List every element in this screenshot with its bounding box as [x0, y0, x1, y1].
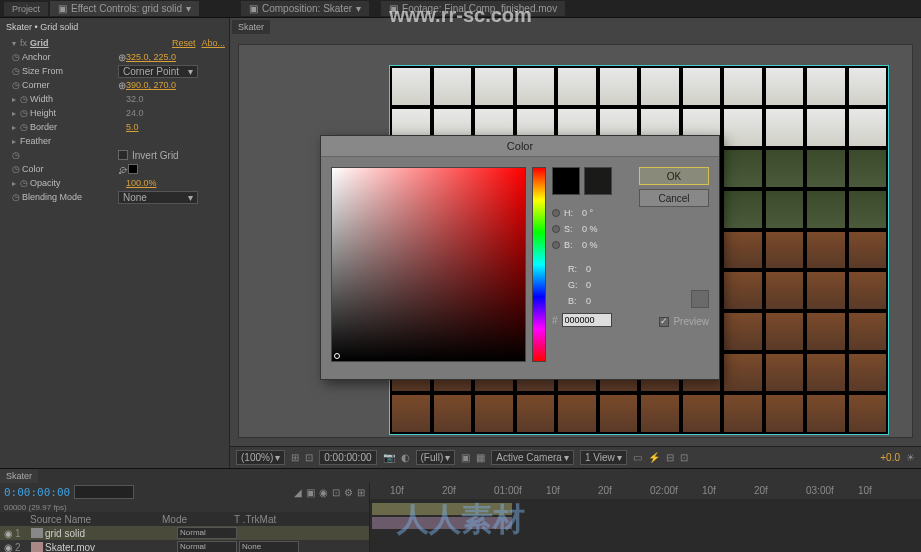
- layer-row[interactable]: ◉ 2 Skater.mov Normal None: [0, 540, 369, 552]
- shy-icon[interactable]: ◢: [294, 487, 302, 498]
- brainstorm-icon[interactable]: ⚙: [344, 487, 353, 498]
- stopwatch-icon[interactable]: ◷: [20, 122, 30, 132]
- opacity-value[interactable]: 100.0%: [126, 178, 157, 188]
- frame-blend-icon[interactable]: ▣: [306, 487, 315, 498]
- layer-bar[interactable]: [372, 517, 512, 529]
- zoom-select[interactable]: (100%)▾: [236, 450, 285, 465]
- reset-link[interactable]: Reset: [172, 38, 196, 48]
- layer-name[interactable]: Skater.mov: [45, 542, 175, 553]
- size-from-select[interactable]: Corner Point▾: [118, 65, 198, 78]
- stopwatch-icon[interactable]: ◷: [12, 164, 22, 174]
- dropdown-icon[interactable]: ▾: [186, 3, 191, 14]
- footage-tab[interactable]: ▣ Footage: Final Comp_finished.mov: [381, 1, 565, 16]
- corner-value[interactable]: 390.0, 270.0: [126, 80, 176, 90]
- timeline-tab[interactable]: Skater: [0, 469, 38, 483]
- timeline-icon[interactable]: ⊟: [666, 452, 674, 463]
- width-value[interactable]: 32.0: [126, 94, 144, 104]
- layer-color[interactable]: [31, 528, 43, 538]
- time-ruler[interactable]: 10f20f01:00f10f20f02:00f10f20f03:00f10f: [370, 483, 921, 499]
- flowchart-icon[interactable]: ⊡: [680, 452, 688, 463]
- timecode[interactable]: 0:00:00:00: [4, 486, 70, 499]
- layer-name[interactable]: grid solid: [45, 528, 175, 539]
- stopwatch-icon[interactable]: ◷: [20, 94, 30, 104]
- exposure-reset-icon[interactable]: ☀: [906, 452, 915, 463]
- twirl-icon[interactable]: ▸: [12, 109, 18, 118]
- twirl-icon[interactable]: ▸: [12, 179, 18, 188]
- ok-button[interactable]: OK: [639, 167, 709, 185]
- resolution-select[interactable]: (Full)▾: [416, 450, 456, 465]
- fx-toggle-icon[interactable]: fx: [20, 38, 30, 48]
- snapshot-icon[interactable]: 📷: [383, 452, 395, 463]
- anchor-value[interactable]: 325.0, 225.0: [126, 52, 176, 62]
- b-radio[interactable]: [552, 241, 560, 249]
- search-input[interactable]: [74, 485, 134, 499]
- s-radio[interactable]: [552, 225, 560, 233]
- b2-value[interactable]: 0: [586, 296, 591, 306]
- twirl-icon[interactable]: ▸: [12, 95, 18, 104]
- composition-tab[interactable]: ▣ Composition: Skater ▾: [241, 1, 369, 16]
- s-value[interactable]: 0 %: [582, 224, 598, 234]
- preview-checkbox[interactable]: [659, 317, 669, 327]
- mode-select[interactable]: Normal: [177, 527, 237, 539]
- graph-icon[interactable]: ⊡: [332, 487, 340, 498]
- hex-input[interactable]: [562, 313, 612, 327]
- draft-icon[interactable]: ⊞: [357, 487, 365, 498]
- saturation-value-picker[interactable]: [331, 167, 526, 362]
- stopwatch-icon[interactable]: ◷: [12, 80, 22, 90]
- border-label: Border: [30, 122, 126, 132]
- motion-blur-icon[interactable]: ◉: [319, 487, 328, 498]
- about-link[interactable]: Abo...: [201, 38, 225, 48]
- fast-preview-icon[interactable]: ⚡: [648, 452, 660, 463]
- pixel-aspect-icon[interactable]: ▭: [633, 452, 642, 463]
- twirl-icon[interactable]: ▸: [12, 137, 18, 146]
- border-value[interactable]: 5.0: [126, 122, 139, 132]
- eye-icon[interactable]: ◉: [4, 542, 13, 553]
- guides-icon[interactable]: ⊡: [305, 452, 313, 463]
- camera-select[interactable]: Active Camera▾: [491, 450, 574, 465]
- layer-row[interactable]: ◉ 1 grid solid Normal: [0, 526, 369, 540]
- h-radio[interactable]: [552, 209, 560, 217]
- stopwatch-icon[interactable]: ◷: [12, 66, 22, 76]
- grid-effect-name[interactable]: Grid: [30, 38, 126, 48]
- trkmat-select[interactable]: None: [239, 541, 299, 552]
- stopwatch-icon[interactable]: ◷: [20, 108, 30, 118]
- sv-cursor[interactable]: [334, 353, 340, 359]
- eye-icon[interactable]: ◉: [4, 528, 13, 539]
- timeline-tracks[interactable]: 10f20f01:00f10f20f02:00f10f20f03:00f10f: [370, 483, 921, 552]
- stopwatch-icon[interactable]: ◷: [12, 52, 22, 62]
- mode-select[interactable]: Normal: [177, 541, 237, 552]
- stopwatch-icon[interactable]: ◷: [12, 150, 22, 160]
- channel-icon[interactable]: ◐: [401, 452, 410, 463]
- project-tab[interactable]: Project: [4, 2, 48, 16]
- time-display[interactable]: 0:00:00:00: [319, 450, 376, 465]
- effect-controls-tab[interactable]: ▣ Effect Controls: grid solid ▾: [50, 1, 199, 16]
- r-value[interactable]: 0: [586, 264, 591, 274]
- exposure-value[interactable]: +0.0: [880, 452, 900, 463]
- view-select[interactable]: 1 View▾: [580, 450, 627, 465]
- cancel-button[interactable]: Cancel: [639, 189, 709, 207]
- blending-select[interactable]: None▾: [118, 191, 198, 204]
- layer-bar[interactable]: [372, 503, 512, 515]
- eyedropper-icon[interactable]: ⌮: [118, 164, 128, 175]
- twirl-icon[interactable]: ▾: [12, 39, 18, 48]
- b-value[interactable]: 0 %: [582, 240, 598, 250]
- effect-controls-label: Effect Controls: grid solid: [71, 3, 182, 14]
- twirl-icon[interactable]: ▸: [12, 123, 18, 132]
- invert-checkbox[interactable]: [118, 150, 128, 160]
- roi-icon[interactable]: ▣: [461, 452, 470, 463]
- crosshair-icon[interactable]: ⊕: [118, 80, 126, 91]
- layer-color[interactable]: [31, 542, 43, 552]
- stopwatch-icon[interactable]: ◷: [20, 178, 30, 188]
- eyedropper-button[interactable]: [691, 290, 709, 308]
- transparency-icon[interactable]: ▦: [476, 452, 485, 463]
- height-value[interactable]: 24.0: [126, 108, 144, 118]
- h-value[interactable]: 0 °: [582, 208, 593, 218]
- grid-icon[interactable]: ⊞: [291, 452, 299, 463]
- g-value[interactable]: 0: [586, 280, 591, 290]
- stopwatch-icon[interactable]: ◷: [12, 192, 22, 202]
- crosshair-icon[interactable]: ⊕: [118, 52, 126, 63]
- color-swatch[interactable]: [128, 164, 138, 174]
- hue-slider[interactable]: [532, 167, 546, 362]
- dropdown-icon[interactable]: ▾: [356, 3, 361, 14]
- comp-panel-tab[interactable]: Skater: [232, 20, 270, 34]
